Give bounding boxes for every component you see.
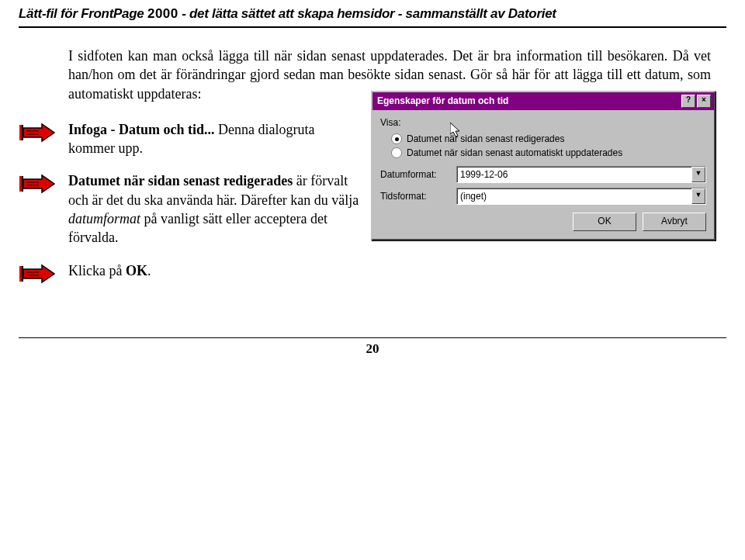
time-format-label: Tidsformat: bbox=[380, 190, 450, 202]
step2-bold: Datumet när sidan senast redigerades bbox=[68, 173, 293, 188]
step1-command: Infoga - Datum och tid... bbox=[68, 122, 215, 137]
close-button[interactable]: × bbox=[697, 95, 711, 108]
svg-rect-3 bbox=[19, 176, 22, 192]
date-format-value: 1999-12-06 bbox=[460, 168, 508, 181]
date-format-select[interactable]: 1999-12-06 ▼ bbox=[456, 166, 706, 183]
time-format-select[interactable]: (inget) ▼ bbox=[456, 188, 706, 205]
content-area: I sidfoten kan man också lägga till när … bbox=[68, 47, 711, 291]
date-time-properties-dialog: Egenskaper för datum och tid ? × Visa: D… bbox=[371, 91, 716, 241]
hand-right-icon bbox=[19, 171, 56, 196]
ok-button[interactable]: OK bbox=[573, 213, 636, 231]
footer-divider bbox=[19, 337, 726, 338]
dialog-title: Egenskaper för datum och tid bbox=[377, 95, 508, 107]
time-format-row: Tidsformat: (inget) ▼ bbox=[380, 188, 706, 205]
show-label: Visa: bbox=[380, 116, 706, 129]
pointing-hand-icon bbox=[19, 120, 68, 150]
svg-rect-1 bbox=[19, 125, 22, 140]
date-format-label: Datumformat: bbox=[380, 168, 450, 181]
page-header: Lätt-fil för FrontPage 2000 - det lätta … bbox=[19, 6, 726, 25]
radio-option-1[interactable]: Datumet när sidan senast redigerades bbox=[391, 132, 706, 146]
time-format-value: (inget) bbox=[460, 190, 487, 202]
header-prefix: Lätt-fil för FrontPage bbox=[19, 6, 147, 21]
header-mid: - det lätta sättet att skapa hemsidor - … bbox=[178, 6, 508, 21]
header-year: 2000 bbox=[147, 6, 178, 21]
step-2-text: Datumet när sidan senast redigerades är … bbox=[68, 171, 372, 247]
radio-icon bbox=[391, 147, 402, 158]
date-format-row: Datumformat: 1999-12-06 ▼ bbox=[380, 166, 706, 183]
step-1-text: Infoga - Datum och tid... Denna dialogru… bbox=[68, 120, 372, 158]
chevron-down-icon[interactable]: ▼ bbox=[691, 167, 705, 182]
step3-suffix: . bbox=[147, 263, 151, 278]
step3-bold: OK bbox=[126, 263, 147, 278]
pointing-hand-icon bbox=[19, 261, 68, 291]
step3-prefix: Klicka på bbox=[68, 263, 126, 278]
radio2-label: Datumet när sidan senast automatiskt upp… bbox=[407, 147, 622, 159]
dialog-button-row: OK Avbryt bbox=[380, 213, 706, 231]
dialog-body: Visa: Datumet när sidan senast redigerad… bbox=[372, 110, 714, 240]
help-button[interactable]: ? bbox=[681, 95, 695, 108]
show-radiogroup: Datumet när sidan senast redigerades Dat… bbox=[391, 132, 706, 160]
svg-rect-5 bbox=[19, 266, 22, 282]
step2-italic: datumformat bbox=[68, 211, 140, 226]
page-number: 20 bbox=[19, 341, 726, 357]
step-1: Infoga - Datum och tid... Denna dialogru… bbox=[68, 120, 711, 158]
cancel-button[interactable]: Avbryt bbox=[643, 213, 706, 231]
header-brand: Datoriet bbox=[508, 6, 556, 21]
hand-right-icon bbox=[19, 120, 56, 145]
dialog-titlebar: Egenskaper för datum och tid ? × bbox=[372, 92, 714, 110]
radio1-label: Datumet när sidan senast redigerades bbox=[407, 133, 564, 145]
radio-icon bbox=[391, 133, 402, 144]
hand-right-icon bbox=[19, 261, 56, 286]
step-3-text: Klicka på OK. bbox=[68, 261, 711, 280]
header-divider bbox=[19, 26, 726, 28]
radio-option-2[interactable]: Datumet när sidan senast automatiskt upp… bbox=[391, 146, 706, 160]
step-3: Klicka på OK. bbox=[68, 261, 711, 291]
pointing-hand-icon bbox=[19, 171, 68, 201]
chevron-down-icon[interactable]: ▼ bbox=[691, 188, 705, 204]
